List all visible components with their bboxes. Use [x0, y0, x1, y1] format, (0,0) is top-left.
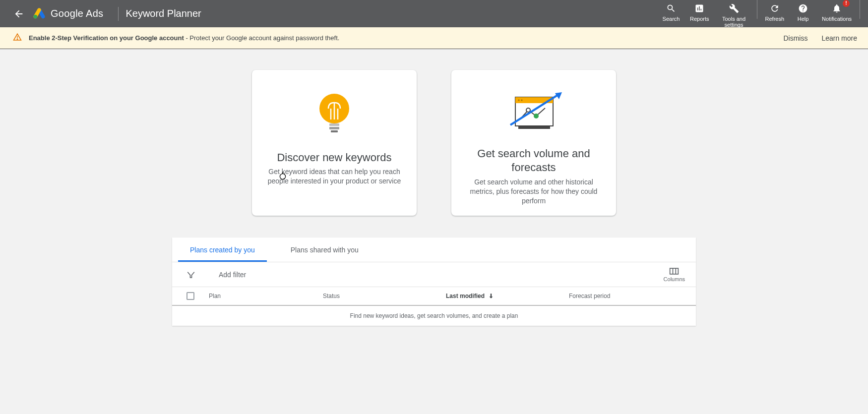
reports-button[interactable]: Reports [685, 0, 714, 22]
table-header-row: Plan Status Last modified Forecast perio… [172, 287, 696, 306]
chart-arrow-icon [501, 90, 566, 135]
tools-label: Tools and settings [719, 16, 749, 28]
plans-tabs: Plans created by you Plans shared with y… [172, 237, 696, 262]
back-button[interactable] [9, 4, 29, 24]
refresh-button[interactable]: Refresh [760, 0, 790, 22]
help-icon [798, 3, 808, 13]
header-action-divider-2 [860, 0, 860, 19]
google-ads-icon [33, 7, 46, 20]
refresh-label: Refresh [765, 16, 785, 22]
add-filter-input[interactable]: Add filter [219, 271, 246, 279]
svg-rect-19 [670, 268, 679, 274]
svg-rect-7 [329, 123, 339, 126]
svg-point-12 [518, 99, 520, 101]
discover-card-description: Get keyword ideas that can help you reac… [266, 167, 403, 186]
wrench-icon [729, 3, 739, 13]
security-banner: Enable 2-Step Verification on your Googl… [0, 27, 868, 49]
forecast-card[interactable]: Get search volume and forecasts Get sear… [451, 70, 616, 216]
columns-icon [669, 267, 679, 275]
cards-row: Discover new keywords Get keyword ideas … [252, 70, 616, 216]
filter-icon[interactable] [181, 270, 201, 279]
reports-label: Reports [690, 16, 709, 22]
column-header-forecast-period[interactable]: Forecast period [569, 293, 696, 299]
search-button[interactable]: Search [657, 0, 685, 22]
select-all-checkbox[interactable] [186, 292, 194, 300]
column-header-plan[interactable]: Plan [209, 293, 323, 299]
tools-settings-button[interactable]: Tools and settings [714, 0, 754, 28]
plans-panel: Plans created by you Plans shared with y… [172, 237, 696, 326]
empty-state-message: Find new keyword ideas, get search volum… [172, 306, 696, 326]
header-action-divider [757, 0, 757, 19]
help-button[interactable]: Help [789, 0, 817, 22]
help-label: Help [798, 16, 809, 22]
banner-title: Enable 2-Step Verification on your Googl… [29, 34, 184, 42]
main-content: Discover new keywords Get keyword ideas … [0, 49, 868, 326]
arrow-down-icon [488, 293, 495, 299]
svg-point-2 [17, 39, 17, 39]
last-modified-label: Last modified [446, 293, 485, 299]
tab-plans-created[interactable]: Plans created by you [172, 237, 273, 262]
arrow-left-icon [13, 8, 24, 19]
svg-point-13 [521, 99, 523, 101]
forecast-card-title: Get search volume and forecasts [465, 147, 602, 175]
page-title: Keyword Planner [125, 8, 201, 19]
column-header-last-modified[interactable]: Last modified [446, 293, 569, 299]
warning-icon [13, 33, 22, 43]
notifications-button[interactable]: Notifications ! [817, 0, 857, 22]
column-header-status[interactable]: Status [323, 293, 446, 299]
notifications-label: Notifications [822, 16, 852, 22]
header-divider [118, 7, 119, 21]
app-header: Google Ads Keyword Planner Search Report… [0, 0, 868, 27]
search-icon [666, 3, 676, 13]
svg-point-15 [526, 108, 530, 112]
svg-rect-9 [331, 130, 338, 132]
discover-card-title: Discover new keywords [277, 151, 391, 164]
svg-point-16 [534, 114, 539, 118]
discover-keywords-card[interactable]: Discover new keywords Get keyword ideas … [252, 70, 417, 216]
svg-rect-8 [329, 127, 339, 129]
banner-description: - Protect your Google account against pa… [184, 34, 340, 42]
learn-more-link[interactable]: Learn more [821, 34, 857, 42]
bell-icon [832, 3, 842, 13]
header-actions: Search Reports Tools and settings Refres… [657, 0, 863, 28]
columns-label: Columns [664, 276, 685, 282]
dismiss-button[interactable]: Dismiss [783, 34, 807, 42]
filter-row: Add filter Columns [172, 262, 696, 287]
lightbulb-icon [314, 90, 354, 139]
product-name: Google Ads [51, 8, 103, 19]
columns-button[interactable]: Columns [662, 267, 687, 282]
product-logo[interactable]: Google Ads [33, 7, 103, 20]
bar-chart-icon [694, 3, 704, 13]
forecast-card-description: Get search volume and other historical m… [465, 177, 602, 206]
notification-badge: ! [843, 0, 850, 7]
tab-plans-shared[interactable]: Plans shared with you [273, 237, 376, 262]
svg-rect-14 [518, 126, 550, 129]
svg-point-0 [34, 14, 38, 18]
search-label: Search [663, 16, 680, 22]
refresh-icon [770, 3, 780, 13]
